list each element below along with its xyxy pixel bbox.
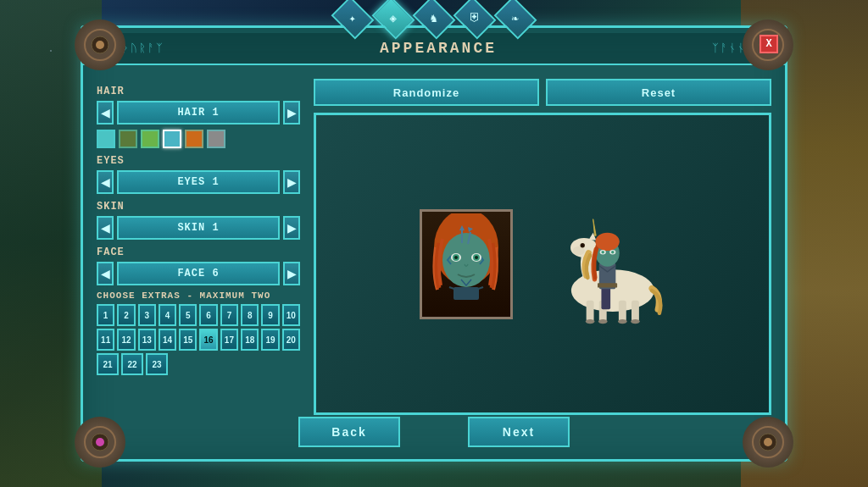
hair-color-6[interactable] (207, 130, 225, 148)
svg-rect-42 (598, 283, 617, 287)
nav-tab-3-icon: ♞ (431, 10, 437, 25)
extra-btn-6[interactable]: 6 (199, 304, 217, 326)
svg-point-44 (595, 232, 619, 250)
svg-point-8 (96, 438, 104, 446)
svg-rect-40 (601, 286, 610, 309)
back-button[interactable]: Back (298, 417, 400, 447)
eyes-prev-button[interactable]: ◀ (97, 170, 114, 194)
nav-tab-1-icon: ✦ (349, 10, 356, 25)
bottom-navigation: Back Next (298, 417, 570, 447)
extra-btn-23[interactable]: 23 (146, 353, 168, 375)
eyes-value: EYES 1 (117, 170, 280, 194)
hair-selector: ◀ HAIR 1 ▶ (97, 101, 300, 125)
svg-rect-24 (453, 287, 479, 300)
hair-color-2[interactable] (119, 130, 137, 148)
extra-btn-11[interactable]: 11 (97, 329, 114, 351)
face-next-button[interactable]: ▶ (283, 262, 300, 285)
face-value: FACE 6 (117, 262, 280, 285)
svg-rect-29 (632, 300, 639, 321)
preview-area (314, 113, 771, 415)
skin-selector: ◀ SKIN 1 ▶ (97, 216, 300, 240)
svg-point-11 (764, 438, 772, 446)
face-prev-button[interactable]: ◀ (97, 262, 114, 285)
face-selector: ◀ FACE 6 ▶ (97, 262, 300, 285)
extra-btn-8[interactable]: 8 (241, 304, 259, 326)
extra-btn-4[interactable]: 4 (159, 304, 176, 326)
extras-row-1: 1 2 3 4 5 6 7 8 9 10 (97, 304, 300, 326)
left-column: HAIR ◀ HAIR 1 ▶ EYES ◀ EYES 1 ▶ (97, 79, 300, 415)
extra-btn-21[interactable]: 21 (97, 353, 119, 375)
extra-btn-1[interactable]: 1 (97, 304, 114, 326)
extra-btn-5[interactable]: 5 (179, 304, 197, 326)
svg-point-31 (598, 318, 608, 323)
hair-color-4[interactable] (163, 130, 181, 148)
extras-row-3: 21 22 23 (97, 353, 300, 375)
panel-title: APPEARANCE (164, 40, 712, 57)
top-nav: ✦ ◈ ♞ ⛨ ❧ (336, 4, 532, 31)
close-button[interactable]: X (760, 35, 778, 53)
next-button[interactable]: Next (468, 417, 570, 447)
corner-decoration-bl (75, 417, 125, 468)
main-panel: ✦ ◈ ♞ ⛨ ❧ X ᚠᚨᚾᚦᚢᚱᚨᛉ APPEARANCE ᛉᚨᚾᚾᚨᚱᛉ … (81, 25, 787, 462)
extra-btn-9[interactable]: 9 (261, 304, 279, 326)
extra-btn-3[interactable]: 3 (138, 304, 156, 326)
skin-prev-button[interactable]: ◀ (97, 216, 114, 240)
face-portrait-svg (424, 213, 509, 315)
svg-point-30 (586, 318, 595, 323)
corner-decoration-tl (75, 19, 125, 70)
skin-next-button[interactable]: ▶ (283, 216, 300, 240)
character-full-svg (530, 201, 665, 328)
eyes-next-button[interactable]: ▶ (283, 170, 300, 194)
extra-btn-18[interactable]: 18 (241, 329, 259, 351)
svg-rect-28 (619, 300, 626, 321)
svg-point-48 (611, 251, 615, 254)
skin-value: SKIN 1 (117, 216, 280, 240)
extra-btn-7[interactable]: 7 (220, 304, 238, 326)
hair-color-3[interactable] (141, 130, 159, 148)
extra-btn-2[interactable]: 2 (117, 304, 135, 326)
extra-btn-10[interactable]: 10 (282, 304, 300, 326)
svg-point-32 (618, 318, 627, 323)
right-column: Randomize Reset (314, 79, 771, 415)
hair-next-button[interactable]: ▶ (283, 101, 300, 125)
nav-tab-5-icon: ❧ (512, 10, 519, 25)
character-face-portrait (420, 209, 513, 319)
face-label: FACE (97, 246, 300, 258)
corner-decoration-br (743, 417, 793, 468)
extra-btn-12[interactable]: 12 (117, 329, 135, 351)
panel-header: ᚠᚨᚾᚦᚢᚱᚨᛉ APPEARANCE ᛉᚨᚾᚾᚨᚱᛉ (83, 33, 785, 65)
hair-color-1[interactable] (97, 130, 115, 148)
extra-btn-16[interactable]: 16 (199, 329, 217, 351)
hair-color-5[interactable] (185, 130, 203, 148)
svg-marker-39 (593, 219, 597, 235)
extra-btn-22[interactable]: 22 (121, 353, 143, 375)
hair-value: HAIR 1 (117, 101, 280, 125)
extras-row-2: 11 12 13 14 15 16 17 18 19 20 (97, 329, 300, 351)
svg-point-2 (96, 41, 104, 49)
extra-btn-20[interactable]: 20 (282, 329, 300, 351)
eyes-label: EYES (97, 155, 300, 167)
extra-btn-17[interactable]: 17 (220, 329, 238, 351)
action-buttons: Randomize Reset (314, 79, 771, 106)
extras-label: CHOOSE EXTRAS - MAXIMUM TWO (97, 291, 300, 301)
svg-point-18 (454, 256, 458, 259)
extra-btn-13[interactable]: 13 (138, 329, 156, 351)
hair-prev-button[interactable]: ◀ (97, 101, 114, 125)
extra-btn-14[interactable]: 14 (159, 329, 176, 351)
extra-btn-15[interactable]: 15 (179, 329, 197, 351)
nav-tab-2-icon: ◈ (390, 10, 397, 25)
svg-point-47 (601, 251, 604, 254)
hair-label: HAIR (97, 86, 300, 97)
svg-point-33 (631, 318, 640, 323)
hair-color-swatches (97, 130, 300, 148)
extra-btn-19[interactable]: 19 (261, 329, 279, 351)
skin-label: SKIN (97, 201, 300, 213)
reset-button[interactable]: Reset (546, 79, 771, 106)
content-area: HAIR ◀ HAIR 1 ▶ EYES ◀ EYES 1 ▶ (83, 65, 785, 429)
svg-rect-26 (587, 300, 594, 321)
eyes-selector: ◀ EYES 1 ▶ (97, 170, 300, 194)
svg-point-19 (475, 256, 478, 259)
nav-tab-4-icon: ⛨ (469, 11, 481, 25)
randomize-button[interactable]: Randomize (314, 79, 539, 106)
extras-section: CHOOSE EXTRAS - MAXIMUM TWO 1 2 3 4 5 6 … (97, 291, 300, 375)
